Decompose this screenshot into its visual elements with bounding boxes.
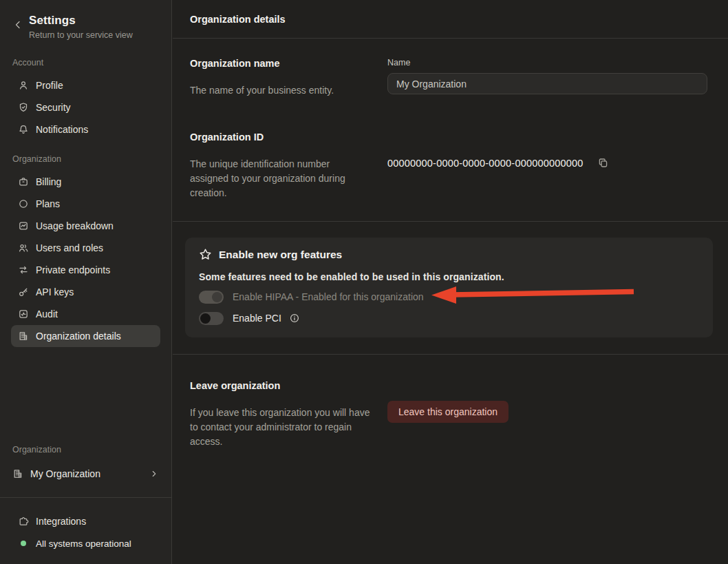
org-switcher-name: My Organization bbox=[30, 468, 100, 479]
sidebar-subtitle: Return to your service view bbox=[29, 30, 133, 40]
sidebar-item-label: Profile bbox=[36, 80, 63, 91]
leave-heading: Leave organization bbox=[190, 380, 371, 391]
features-card-description: Some features need to be enabled to be u… bbox=[199, 271, 699, 282]
audit-icon bbox=[18, 309, 29, 320]
toggle-knob bbox=[212, 292, 222, 302]
users-icon bbox=[18, 242, 29, 253]
sidebar-item-usage-breakdown[interactable]: Usage breakdown bbox=[11, 215, 160, 237]
name-field-label: Name bbox=[387, 58, 707, 67]
sidebar-header: Settings Return to your service view bbox=[0, 0, 171, 40]
status-text: All systems operational bbox=[36, 539, 131, 549]
usage-chart-icon bbox=[18, 220, 29, 231]
organization-section-label: Organization bbox=[0, 154, 171, 164]
billing-icon bbox=[18, 176, 29, 187]
system-status[interactable]: All systems operational bbox=[11, 532, 160, 554]
sidebar-item-label: Audit bbox=[36, 309, 58, 320]
organization-id-value: 00000000-0000-0000-0000-000000000000 bbox=[387, 158, 584, 169]
pci-toggle-label: Enable PCI bbox=[233, 313, 281, 324]
status-dot-icon bbox=[21, 541, 26, 546]
org-switcher[interactable]: My Organization bbox=[11, 463, 160, 485]
account-nav: Profile Security Notifications bbox=[0, 74, 171, 140]
org-id-heading: Organization ID bbox=[190, 132, 371, 143]
key-icon bbox=[18, 286, 29, 297]
puzzle-icon bbox=[18, 516, 29, 527]
pci-toggle-row: Enable PCI bbox=[199, 311, 699, 325]
organization-name-section: Organization name The name of your busin… bbox=[173, 39, 728, 98]
building-icon bbox=[18, 331, 29, 342]
sidebar-item-label: API keys bbox=[36, 286, 74, 297]
sidebar-spacer bbox=[0, 347, 171, 445]
sidebar-item-label: Notifications bbox=[36, 124, 88, 135]
chevron-right-icon bbox=[149, 469, 159, 479]
bell-icon bbox=[18, 124, 29, 135]
sidebar-item-audit[interactable]: Audit bbox=[11, 303, 160, 325]
back-chevron-icon[interactable] bbox=[12, 19, 23, 30]
sidebar-item-plans[interactable]: Plans bbox=[11, 193, 160, 215]
leave-organization-button[interactable]: Leave this organization bbox=[387, 401, 508, 423]
info-icon[interactable] bbox=[289, 313, 300, 324]
sidebar-item-security[interactable]: Security bbox=[11, 96, 160, 118]
pci-toggle[interactable] bbox=[199, 312, 224, 325]
features-card-title: Enable new org features bbox=[219, 249, 342, 261]
sidebar-item-users-and-roles[interactable]: Users and roles bbox=[11, 237, 160, 259]
hipaa-toggle-row: Enable HIPAA - Enabled for this organiza… bbox=[199, 290, 699, 304]
toggle-knob bbox=[200, 313, 211, 324]
arrows-exchange-icon bbox=[18, 264, 29, 275]
page-title: Organization details bbox=[190, 14, 286, 25]
copy-icon[interactable] bbox=[597, 157, 609, 169]
settings-sidebar: Settings Return to your service view Acc… bbox=[0, 0, 172, 564]
sidebar-item-label: Security bbox=[36, 102, 71, 113]
shield-check-icon bbox=[18, 102, 29, 113]
org-switcher-label: Organization bbox=[11, 445, 160, 455]
sidebar-item-label: Billing bbox=[36, 176, 61, 187]
sidebar-title: Settings bbox=[29, 14, 133, 28]
org-name-description: The name of your business entity. bbox=[190, 83, 371, 98]
sidebar-item-label: Private endpoints bbox=[36, 264, 110, 275]
circle-icon bbox=[18, 198, 29, 209]
person-icon bbox=[18, 80, 29, 91]
leave-description: If you leave this organization you will … bbox=[190, 406, 371, 449]
sidebar-item-api-keys[interactable]: API keys bbox=[11, 281, 160, 303]
section-divider bbox=[173, 221, 728, 222]
sidebar-item-label: Organization details bbox=[36, 331, 121, 342]
organization-id-section: Organization ID The unique identificatio… bbox=[173, 98, 728, 200]
integrations-label: Integrations bbox=[36, 516, 86, 527]
integrations-link[interactable]: Integrations bbox=[11, 510, 160, 532]
hipaa-toggle-label: Enable HIPAA - Enabled for this organiza… bbox=[233, 291, 424, 302]
hipaa-toggle[interactable] bbox=[199, 291, 224, 304]
building-icon bbox=[12, 468, 23, 479]
organization-name-input[interactable] bbox=[387, 73, 707, 94]
leave-organization-section: Leave organization If you leave this org… bbox=[173, 355, 728, 449]
sidebar-item-label: Users and roles bbox=[36, 242, 103, 253]
sidebar-item-organization-details[interactable]: Organization details bbox=[11, 325, 160, 347]
main-panel: Organization details Organization name T… bbox=[173, 0, 728, 564]
org-switcher-block: Organization My Organization bbox=[0, 445, 171, 485]
sidebar-item-label: Usage breakdown bbox=[36, 220, 114, 231]
sidebar-item-notifications[interactable]: Notifications bbox=[11, 118, 160, 140]
account-section-label: Account bbox=[0, 58, 171, 67]
main-header: Organization details bbox=[173, 0, 728, 39]
sidebar-item-profile[interactable]: Profile bbox=[11, 74, 160, 96]
org-name-heading: Organization name bbox=[190, 58, 371, 69]
sidebar-item-private-endpoints[interactable]: Private endpoints bbox=[11, 259, 160, 281]
star-icon bbox=[199, 248, 212, 261]
organization-nav: Billing Plans Usage breakdown Users and … bbox=[0, 171, 171, 347]
enable-features-card: Enable new org features Some features ne… bbox=[185, 238, 713, 337]
sidebar-item-label: Plans bbox=[36, 198, 60, 209]
sidebar-item-billing[interactable]: Billing bbox=[11, 171, 160, 193]
sidebar-footer: Integrations All systems operational bbox=[0, 498, 171, 564]
org-id-description: The unique identification number assigne… bbox=[190, 157, 371, 200]
